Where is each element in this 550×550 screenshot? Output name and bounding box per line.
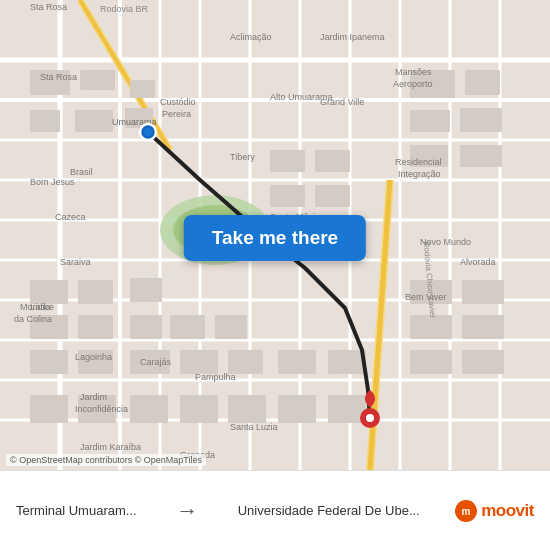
destination-info: Universidade Federal De Ube... [238, 503, 420, 518]
svg-text:Santa Luzia: Santa Luzia [230, 422, 278, 432]
svg-text:Brasil: Brasil [70, 167, 93, 177]
arrow-icon: → [172, 498, 202, 524]
destination-name: Universidade Federal De Ube... [238, 503, 420, 518]
svg-rect-48 [130, 315, 162, 339]
svg-text:Alto Umuarama: Alto Umuarama [270, 92, 333, 102]
svg-rect-42 [315, 185, 350, 207]
svg-rect-67 [180, 395, 218, 423]
svg-rect-34 [465, 70, 500, 95]
svg-rect-66 [130, 395, 168, 423]
svg-text:Carajás: Carajás [140, 357, 172, 367]
svg-rect-56 [278, 350, 316, 374]
svg-rect-38 [460, 145, 502, 167]
svg-text:Aeroporto: Aeroporto [393, 79, 433, 89]
svg-text:Novo Mundo: Novo Mundo [420, 237, 471, 247]
svg-text:Sta Rosa: Sta Rosa [40, 72, 77, 82]
svg-rect-39 [270, 150, 305, 172]
svg-text:Jardim Ipanema: Jardim Ipanema [320, 32, 385, 42]
svg-rect-49 [170, 315, 205, 339]
svg-rect-68 [228, 395, 266, 423]
svg-rect-43 [30, 280, 68, 304]
svg-text:m: m [462, 506, 471, 517]
svg-text:Aclimação: Aclimação [230, 32, 272, 42]
svg-rect-62 [410, 350, 452, 374]
svg-text:Integração: Integração [398, 169, 441, 179]
svg-rect-59 [462, 280, 504, 304]
moovit-icon: m [455, 500, 477, 522]
svg-text:Lagoinha: Lagoinha [75, 352, 112, 362]
svg-rect-45 [130, 278, 162, 302]
svg-text:Bem Viver: Bem Viver [405, 292, 446, 302]
svg-rect-51 [30, 350, 68, 374]
origin-name: Terminal Umuaram... [16, 503, 137, 518]
svg-rect-55 [228, 350, 263, 374]
svg-rect-44 [78, 280, 113, 304]
bottom-bar: Terminal Umuaram... → Universidade Feder… [0, 470, 550, 550]
svg-rect-50 [215, 315, 247, 339]
svg-text:Rodovia BR: Rodovia BR [100, 4, 149, 14]
svg-text:Bom Jesus: Bom Jesus [30, 177, 75, 187]
svg-rect-41 [270, 185, 305, 207]
svg-text:Pampulha: Pampulha [195, 372, 236, 382]
svg-rect-69 [278, 395, 316, 423]
svg-rect-29 [130, 80, 155, 98]
svg-rect-60 [410, 315, 452, 339]
moovit-logo: m moovit [455, 500, 534, 522]
svg-rect-35 [410, 110, 450, 132]
svg-rect-47 [78, 315, 113, 339]
map-attribution: © OpenStreetMap contributors © OpenMapTi… [6, 454, 206, 466]
svg-text:Pereira: Pereira [162, 109, 191, 119]
svg-text:Inconfidência: Inconfidência [75, 404, 128, 414]
svg-rect-31 [75, 110, 113, 132]
svg-text:Alvorada: Alvorada [460, 257, 496, 267]
svg-rect-30 [30, 110, 60, 132]
svg-text:Sta Rosa: Sta Rosa [30, 2, 67, 12]
svg-rect-54 [180, 350, 218, 374]
svg-text:Cazeca: Cazeca [55, 212, 86, 222]
svg-rect-57 [328, 350, 366, 374]
take-me-there-button[interactable]: Take me there [184, 215, 366, 261]
svg-text:Tibery: Tibery [230, 152, 255, 162]
svg-text:Residencial: Residencial [395, 157, 442, 167]
svg-point-107 [144, 128, 152, 136]
svg-text:Mansões: Mansões [395, 67, 432, 77]
map-container: Rodovia BR Rodovia Chico Xavier Umuarama… [0, 0, 550, 470]
svg-text:Custódio: Custódio [160, 97, 196, 107]
svg-text:da Colina: da Colina [14, 314, 52, 324]
svg-rect-40 [315, 150, 350, 172]
svg-point-109 [366, 414, 374, 422]
svg-rect-63 [462, 350, 504, 374]
svg-text:Jardim Karaíba: Jardim Karaíba [80, 442, 141, 452]
svg-rect-64 [30, 395, 68, 423]
svg-rect-61 [462, 315, 504, 339]
direction-arrow: → [176, 498, 198, 524]
moovit-brand-text: moovit [481, 501, 534, 521]
origin-info: Terminal Umuaram... [16, 503, 137, 518]
svg-text:Jardim: Jardim [80, 392, 107, 402]
svg-rect-36 [460, 108, 502, 132]
svg-text:Saraiva: Saraiva [60, 257, 91, 267]
svg-rect-28 [80, 70, 115, 90]
svg-text:Morada: Morada [20, 302, 51, 312]
